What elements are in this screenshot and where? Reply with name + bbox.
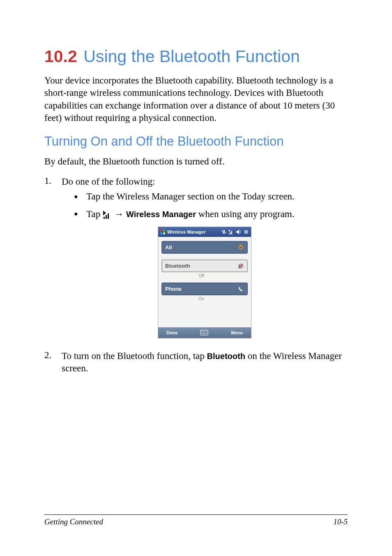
step-number: 1.: [44, 176, 62, 347]
softkey-done[interactable]: Done: [166, 330, 178, 336]
screenshot-title: Wireless Manager: [167, 229, 205, 235]
wm-bluetooth-label: Bluetooth: [165, 262, 190, 269]
bluetooth-label: Bluetooth: [207, 352, 245, 361]
svg-marker-13: [236, 229, 239, 234]
softkey-menu[interactable]: Menu: [231, 330, 243, 336]
connectivity-icon[interactable]: [221, 229, 227, 235]
step-text: To turn on the Bluetooth function, tap B…: [62, 350, 348, 375]
phone-icon: [238, 286, 244, 292]
svg-rect-24: [203, 333, 206, 334]
step-text: Do one of the following:: [62, 176, 155, 187]
close-icon[interactable]: [243, 229, 249, 235]
wireless-manager-label: Wireless Manager: [126, 210, 196, 219]
svg-rect-11: [231, 231, 232, 234]
svg-rect-9: [229, 233, 230, 234]
step-2: 2. To turn on the Bluetooth function, ta…: [44, 350, 348, 375]
volume-icon[interactable]: [235, 229, 242, 235]
svg-rect-2: [108, 213, 109, 219]
section-number: 10.2: [44, 47, 77, 66]
wm-all-label: All: [165, 244, 172, 251]
start-flag-icon[interactable]: [160, 229, 166, 235]
svg-point-19: [202, 331, 202, 332]
subsection-heading: Turning On and Off the Bluetooth Functio…: [44, 134, 348, 149]
wm-all-row[interactable]: All: [161, 241, 248, 254]
svg-rect-6: [163, 229, 165, 232]
screenshot-titlebar: Wireless Manager: [158, 227, 251, 237]
footer-chapter: Getting Connected: [44, 517, 103, 526]
svg-point-22: [205, 331, 205, 332]
svg-rect-7: [160, 232, 162, 234]
section-title: Using the Bluetooth Function: [83, 47, 300, 66]
bullet-text: Tap → Wire: [86, 208, 348, 220]
power-icon: [238, 244, 244, 250]
bluetooth-off-icon: [238, 263, 244, 269]
svg-rect-5: [160, 229, 162, 232]
signal-status-icon[interactable]: [228, 229, 235, 235]
bullet-text: Tap the Wireless Manager section on the …: [86, 190, 348, 203]
signal-icon: [103, 211, 112, 220]
bullet-icon: ●: [74, 190, 86, 203]
wm-phone-status: On: [161, 296, 248, 301]
svg-point-21: [204, 331, 205, 332]
svg-rect-18: [201, 331, 208, 334]
arrow-icon: →: [114, 208, 126, 219]
step-number: 2.: [44, 350, 62, 375]
svg-marker-12: [229, 229, 231, 232]
svg-point-20: [203, 331, 203, 332]
wm-bluetooth-row[interactable]: Bluetooth: [161, 259, 248, 272]
wm-phone-label: Phone: [165, 285, 182, 292]
bullet-icon: ●: [74, 208, 86, 220]
svg-rect-10: [230, 232, 231, 234]
svg-point-23: [206, 331, 207, 332]
svg-rect-0: [104, 217, 105, 219]
screenshot-softbar: Done Menu: [158, 327, 251, 338]
step-1: 1. Do one of the following: ● Tap the Wi…: [44, 176, 348, 347]
page-footer: Getting Connected 10-5: [44, 514, 348, 526]
bullet-item: ● Tap the Wireless Manager section on th…: [74, 190, 348, 203]
wm-bluetooth-status: Off: [161, 273, 248, 278]
svg-rect-4: [103, 211, 104, 215]
wireless-manager-screenshot: Wireless Manager: [158, 227, 251, 338]
keyboard-icon[interactable]: [200, 330, 208, 336]
svg-rect-8: [163, 232, 165, 234]
footer-page-number: 10-5: [333, 517, 348, 526]
svg-rect-1: [106, 215, 107, 219]
wm-phone-row[interactable]: Phone: [161, 283, 248, 295]
intro-paragraph: Your device incorporates the Bluetooth c…: [44, 74, 348, 124]
svg-marker-3: [104, 211, 106, 215]
section-heading: 10.2 Using the Bluetooth Function: [44, 45, 348, 67]
body-paragraph: By default, the Bluetooth function is tu…: [44, 155, 348, 168]
bullet-item: ● Tap: [74, 208, 348, 220]
